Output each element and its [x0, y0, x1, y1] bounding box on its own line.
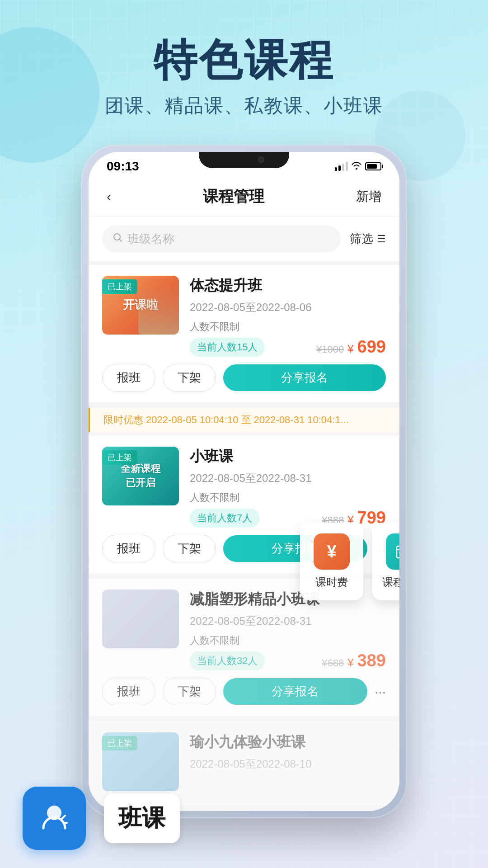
status-badge-1: 已上架: [102, 279, 137, 294]
course-date-4: 2022-08-05至2022-08-10: [190, 757, 386, 771]
delist-btn-2[interactable]: 下架: [163, 535, 216, 562]
price-currency-3: ¥: [347, 656, 353, 669]
course-name-1: 体态提升班: [190, 276, 386, 296]
register-btn-1[interactable]: 报班: [102, 364, 155, 392]
course-meta-2: 人数不限制: [190, 491, 386, 505]
course-thumbnail-2: 已上架 全新课程已开启: [102, 447, 179, 505]
signal-icon: [335, 162, 348, 171]
course-header-3: 减脂塑形精品小班课 2022-08-05至2022-08-31 人数不限制 当前…: [102, 590, 386, 670]
price-current-3: 389: [357, 651, 386, 670]
course-header-1: 已上架 开课啦 体态提升班 2022-08-05至2022-08-06 人数不限…: [102, 276, 386, 357]
add-button[interactable]: 新增: [356, 188, 381, 205]
svg-rect-5: [399, 552, 399, 554]
course-header-4: 已上架 瑜小九体验小班课 2022-08-05至2022-08-10: [102, 732, 386, 791]
price-area-3: ¥688 ¥ 389: [322, 651, 386, 670]
course-info-4: 瑜小九体验小班课 2022-08-05至2022-08-10: [190, 732, 386, 791]
people-badge-1: 当前人数15人: [190, 338, 265, 357]
delist-btn-1[interactable]: 下架: [163, 364, 216, 392]
search-bar: 班级名称 筛选 ☰: [89, 217, 399, 265]
capacity-2: 人数不限制: [190, 491, 239, 505]
lesson-fee-label: 课时费: [315, 575, 348, 590]
hero-subtitle: 团课、精品课、私教课、小班课: [27, 93, 461, 118]
people-badge-3: 当前人数32人: [190, 651, 265, 670]
course-pricing-3: 当前人数32人 ¥688 ¥ 389: [190, 651, 386, 670]
nav-bar: ‹ 课程管理 新增: [89, 177, 399, 217]
status-icons: [335, 161, 381, 172]
course-pricing-1: 当前人数15人 ¥1000 ¥ 699: [190, 337, 386, 357]
hero-section: 特色课程 团课、精品课、私教课、小班课: [0, 0, 488, 137]
share-btn-1[interactable]: 分享报名: [223, 364, 386, 391]
app-label-box: 班课: [104, 793, 180, 843]
price-current-1: 699: [357, 337, 386, 357]
hero-title: 特色课程: [27, 36, 461, 84]
promo-banner-2: 限时优惠 2022-08-05 10:04:10 至 2022-08-31 10…: [89, 408, 399, 432]
app-label: 班课: [118, 805, 165, 831]
status-badge-4: 已上架: [102, 736, 137, 750]
svg-rect-1: [397, 546, 399, 558]
price-currency-1: ¥: [347, 343, 353, 355]
course-mgmt-icon: [386, 533, 399, 570]
price-area-1: ¥1000 ¥ 699: [316, 337, 386, 357]
wifi-icon: [352, 161, 361, 172]
course-date-2: 2022-08-05至2022-08-31: [190, 471, 386, 486]
search-icon: [113, 233, 123, 245]
nav-title: 课程管理: [203, 186, 264, 207]
course-mgmt-label: 课程管理: [382, 575, 399, 590]
register-btn-2[interactable]: 报班: [102, 535, 155, 562]
more-btn-3[interactable]: ···: [375, 684, 386, 699]
bottom-app-section: 班课: [23, 787, 180, 850]
thumb-text-2: 全新课程已开启: [121, 462, 160, 490]
thumb-person-1: [138, 285, 179, 335]
filter-label: 筛选: [350, 231, 373, 247]
battery-icon: [365, 162, 381, 170]
course-info-3: 减脂塑形精品小班课 2022-08-05至2022-08-31 人数不限制 当前…: [190, 590, 386, 670]
price-original-1: ¥1000: [316, 344, 344, 355]
status-time: 09:13: [107, 159, 139, 174]
float-card-lesson-fee[interactable]: ¥ 课时费: [300, 523, 363, 600]
capacity-1: 人数不限制: [190, 320, 239, 334]
course-card-1: 已上架 开课啦 体态提升班 2022-08-05至2022-08-06 人数不限…: [89, 265, 399, 402]
search-input-area[interactable]: 班级名称: [102, 226, 341, 252]
share-btn-3[interactable]: 分享报名: [223, 678, 367, 705]
course-footer-3: 报班 下架 分享报名 ···: [102, 678, 386, 705]
course-thumbnail-4: 已上架: [102, 732, 179, 791]
course-meta-3: 人数不限制: [190, 634, 386, 647]
course-thumbnail-3: [102, 590, 179, 648]
course-info-2: 小班课 2022-08-05至2022-08-31 人数不限制 当前人数7人 ¥…: [190, 447, 386, 528]
course-name-4: 瑜小九体验小班课: [190, 732, 386, 752]
delist-btn-3[interactable]: 下架: [163, 678, 216, 705]
back-button[interactable]: ‹: [107, 189, 111, 204]
phone-notch: [199, 152, 289, 168]
filter-icon: ☰: [377, 233, 386, 245]
register-btn-3[interactable]: 报班: [102, 678, 155, 705]
camera: [258, 156, 264, 163]
course-header-2: 已上架 全新课程已开启 小班课 2022-08-05至2022-08-31 人数…: [102, 447, 386, 528]
floating-overlay: ¥ 课时费: [300, 523, 399, 600]
promo-text-2: 限时优惠 2022-08-05 10:04:10 至 2022-08-31 10…: [103, 414, 349, 425]
course-date-3: 2022-08-05至2022-08-31: [190, 614, 386, 628]
course-thumbnail-1: 已上架 开课啦: [102, 276, 179, 335]
float-card-course-mgmt[interactable]: 课程管理: [372, 523, 399, 600]
search-placeholder: 班级名称: [127, 231, 174, 247]
course-meta-1: 人数不限制: [190, 320, 386, 334]
filter-area[interactable]: 筛选 ☰: [350, 231, 386, 247]
price-original-3: ¥688: [322, 657, 344, 669]
course-name-2: 小班课: [190, 447, 386, 467]
course-info-1: 体态提升班 2022-08-05至2022-08-06 人数不限制 当前人数15…: [190, 276, 386, 357]
capacity-3: 人数不限制: [190, 634, 239, 647]
status-badge-2: 已上架: [102, 450, 137, 465]
app-icon[interactable]: [23, 787, 86, 850]
course-footer-1: 报班 下架 分享报名: [102, 364, 386, 392]
people-badge-2: 当前人数7人: [190, 509, 259, 528]
lesson-fee-icon: ¥: [314, 533, 350, 570]
course-date-1: 2022-08-05至2022-08-06: [190, 300, 386, 315]
phone-mockup: 09:13: [81, 145, 407, 818]
